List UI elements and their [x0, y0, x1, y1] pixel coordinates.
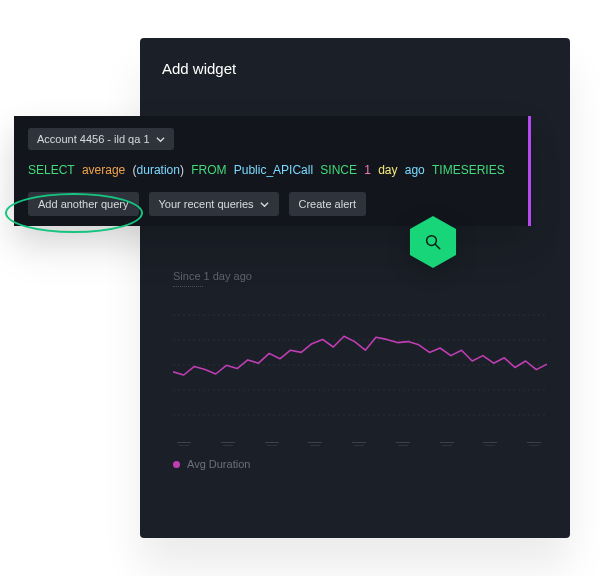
recent-queries-button[interactable]: Your recent queries — [149, 192, 279, 216]
account-selector-label: Account 4456 - ild qa 1 — [37, 133, 150, 145]
chart-plot — [173, 295, 547, 425]
panel-title: Add widget — [162, 60, 236, 77]
x-ticks — [173, 442, 547, 448]
chart-legend: Avg Duration — [173, 458, 250, 470]
kw-timeseries: TIMESERIES — [432, 163, 505, 177]
chart: Since 1 day ago Avg Duration — [173, 270, 547, 470]
legend-dot — [173, 461, 180, 468]
kw-func: average — [82, 163, 125, 177]
legend-label: Avg Duration — [187, 458, 250, 470]
kw-from: FROM — [191, 163, 226, 177]
search-icon — [424, 233, 442, 251]
kw-select: SELECT — [28, 163, 75, 177]
chevron-down-icon — [260, 200, 269, 209]
query-editor: Account 4456 - ild qa 1 SELECT average (… — [14, 116, 531, 226]
search-hex-badge[interactable] — [409, 215, 457, 269]
add-another-query-button[interactable]: Add another query — [28, 192, 139, 216]
chevron-down-icon — [156, 135, 165, 144]
account-selector[interactable]: Account 4456 - ild qa 1 — [28, 128, 174, 150]
kw-since: SINCE — [320, 163, 357, 177]
nrql-query[interactable]: SELECT average (duration) FROM Public_AP… — [28, 162, 514, 178]
chart-caption: Since 1 day ago — [173, 270, 547, 282]
query-buttons: Add another query Your recent queries Cr… — [28, 192, 366, 216]
svg-line-2 — [435, 244, 440, 249]
create-alert-button[interactable]: Create alert — [289, 192, 366, 216]
